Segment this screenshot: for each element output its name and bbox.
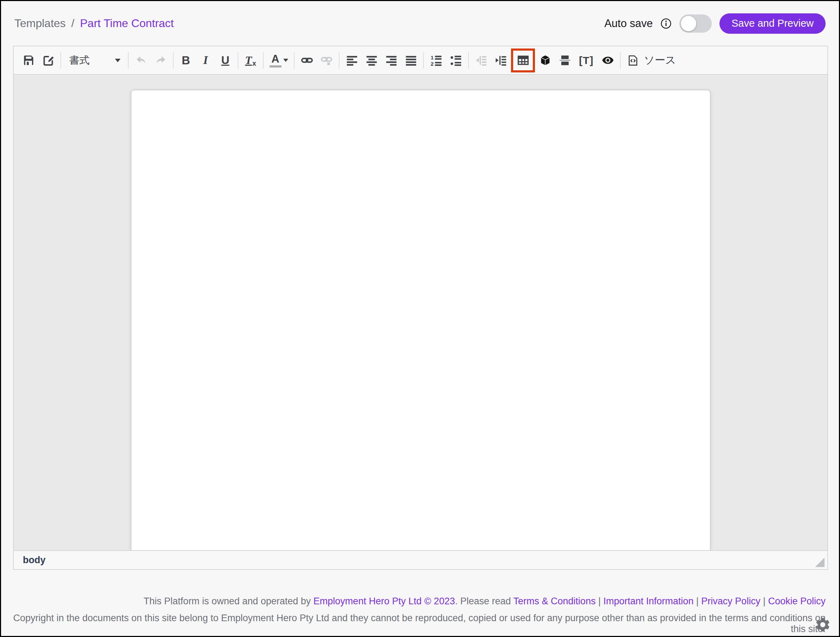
gear-icon <box>814 616 831 633</box>
insert-widget-button[interactable] <box>535 51 555 70</box>
italic-button[interactable]: I <box>196 51 215 70</box>
rich-text-editor: 書式 B I U T x A <box>13 46 828 570</box>
template-editor-screen: { "header": { "breadcrumb": { "root": "T… <box>0 0 840 637</box>
chevron-down-icon <box>283 59 288 62</box>
bulleted-list-button[interactable] <box>446 51 466 70</box>
breadcrumb-current-page: Part Time Contract <box>80 17 174 30</box>
toolbar-separator <box>60 52 61 68</box>
redo-icon <box>154 54 167 67</box>
outdent-button[interactable] <box>471 51 491 70</box>
edit-template-button[interactable] <box>38 51 58 70</box>
toolbar-separator <box>294 52 295 68</box>
footer-text: | <box>760 596 768 606</box>
unlink-button[interactable] <box>317 51 336 70</box>
editor-canvas <box>14 75 827 550</box>
footer-legal-line: This Platform is owned and operated by E… <box>1 596 826 607</box>
underline-button[interactable]: U <box>215 51 235 70</box>
align-center-button[interactable] <box>362 51 381 70</box>
breadcrumb: Templates / Part Time Contract <box>14 17 174 30</box>
footer-copyright-line: Copyright in the documents on this site … <box>1 613 826 635</box>
redo-button[interactable] <box>151 51 171 70</box>
align-left-icon <box>346 54 358 67</box>
toolbar-separator <box>620 52 621 68</box>
breadcrumb-divider: / <box>71 17 74 30</box>
table-button-highlight <box>511 49 535 73</box>
editor-page[interactable] <box>131 90 711 550</box>
save-button[interactable] <box>19 51 38 70</box>
toolbar-separator <box>173 52 174 68</box>
format-dropdown[interactable]: 書式 <box>64 51 125 70</box>
unlink-icon <box>320 54 333 67</box>
undo-icon <box>134 54 148 67</box>
footer-link-cookie-policy[interactable]: Cookie Policy <box>768 596 826 606</box>
align-center-icon <box>365 54 378 67</box>
page-footer: This Platform is owned and operated by E… <box>1 570 839 636</box>
footer-link-terms-conditions[interactable]: Terms & Conditions <box>513 596 596 606</box>
footer-link-important-information[interactable]: Important Information <box>603 596 694 606</box>
autosave-label: Auto save <box>604 17 653 30</box>
align-left-button[interactable] <box>342 51 362 70</box>
toolbar-separator <box>339 52 339 68</box>
source-button-label: ソース <box>644 53 676 68</box>
toolbar-separator <box>263 52 264 68</box>
eye-icon <box>602 54 614 67</box>
remove-format-button[interactable]: T x <box>241 51 261 70</box>
footer-text: This Platform is owned and operated by <box>144 596 314 606</box>
toggle-knob <box>681 16 696 31</box>
align-right-icon <box>385 54 398 67</box>
chevron-down-icon <box>115 59 120 62</box>
footer-text: . Please read <box>455 596 513 606</box>
remove-format-icon: T <box>245 54 252 67</box>
svg-text:2: 2 <box>431 61 434 67</box>
element-path-body[interactable]: body <box>23 555 46 566</box>
toolbar-separator <box>128 52 129 68</box>
autosave-toggle[interactable] <box>679 14 712 33</box>
format-dropdown-label: 書式 <box>69 54 90 68</box>
footer-link-employment-hero[interactable]: Employment Hero Pty Ltd © 2023 <box>314 596 455 606</box>
cube-icon <box>539 54 552 67</box>
footer-text: | <box>596 596 603 606</box>
toolbar-separator <box>423 52 424 68</box>
indent-button[interactable] <box>491 51 511 70</box>
editor-toolbar: 書式 B I U T x A <box>14 46 827 75</box>
page-break-icon <box>559 54 572 67</box>
toolbar-separator <box>468 52 469 68</box>
token-button[interactable]: [T] <box>575 51 598 70</box>
table-icon <box>517 54 530 67</box>
page-break-button[interactable] <box>555 51 575 70</box>
justify-icon <box>404 54 418 67</box>
save-and-preview-button[interactable]: Save and Preview <box>720 13 826 34</box>
align-right-button[interactable] <box>381 51 401 70</box>
insert-table-button[interactable] <box>513 51 532 70</box>
bulleted-list-icon <box>450 54 463 67</box>
page-header: Templates / Part Time Contract Auto save… <box>1 1 839 46</box>
preview-button[interactable] <box>598 51 617 70</box>
undo-button[interactable] <box>131 51 151 70</box>
bold-button[interactable]: B <box>176 51 196 70</box>
justify-button[interactable] <box>401 51 421 70</box>
link-icon <box>300 54 314 67</box>
source-button[interactable]: ソース <box>623 51 679 70</box>
header-actions: Auto save Save and Preview <box>604 13 826 34</box>
source-code-icon <box>627 54 639 67</box>
link-button[interactable] <box>297 51 317 70</box>
text-color-button[interactable]: A <box>266 51 291 70</box>
text-color-icon: A <box>270 54 281 68</box>
toolbar-separator <box>238 52 238 68</box>
numbered-list-icon: 12 <box>430 54 443 67</box>
settings-gear-button[interactable] <box>814 616 831 633</box>
svg-text:1: 1 <box>431 54 434 60</box>
numbered-list-button[interactable]: 12 <box>426 51 446 70</box>
indent-icon <box>494 54 507 67</box>
pencil-square-icon <box>42 54 55 67</box>
footer-link-privacy-policy[interactable]: Privacy Policy <box>701 596 760 606</box>
info-icon[interactable] <box>660 18 672 29</box>
save-icon <box>22 54 35 67</box>
footer-text: | <box>693 596 701 606</box>
breadcrumb-templates-link[interactable]: Templates <box>14 17 66 30</box>
elements-path-bar: body <box>14 550 827 569</box>
resize-handle[interactable] <box>815 558 824 567</box>
outdent-icon <box>475 54 488 67</box>
